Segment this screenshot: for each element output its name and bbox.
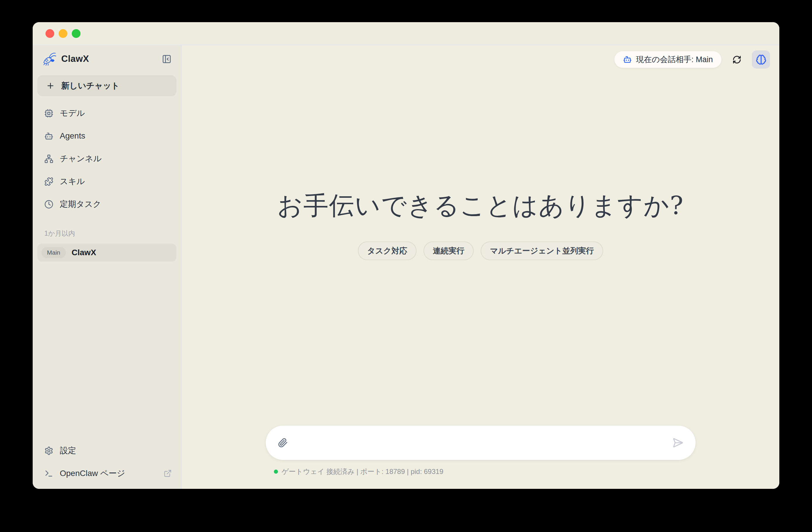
network-icon: [44, 154, 53, 163]
sidebar-item-settings[interactable]: 設定: [37, 439, 176, 462]
sidebar-item-label: Agents: [60, 131, 85, 141]
external-link-icon: [164, 469, 172, 477]
history-section-label: 1か月以内: [44, 229, 176, 238]
connection-status-text: ゲートウェイ 接続済み | ポート: 18789 | pid: 69319: [282, 467, 443, 476]
sidebar-nav: モデル Agents: [37, 102, 176, 216]
app-title: ClawX: [61, 54, 89, 64]
gear-icon: [44, 446, 53, 455]
sidebar-item-label: OpenClaw ページ: [60, 468, 125, 479]
brand-row: ClawX: [37, 45, 176, 73]
sidebar-item-scheduled-tasks[interactable]: 定期タスク: [37, 193, 176, 216]
sidebar-item-label: 設定: [60, 445, 76, 456]
main-area: 現在の会話相手: Main: [182, 45, 779, 489]
gateway-statusbar: ゲートウェイ 接続済み | ポート: 18789 | pid: 69319: [266, 467, 696, 476]
zoom-button[interactable]: [72, 29, 81, 38]
sidebar-item-openclaw-page[interactable]: OpenClaw ページ: [37, 462, 176, 485]
panel-collapse-icon[interactable]: [161, 54, 172, 64]
terminal-icon: [44, 469, 53, 478]
message-input[interactable]: [295, 425, 665, 460]
new-chat-button[interactable]: 新しいチャット: [37, 75, 176, 96]
clock-icon: [44, 200, 53, 209]
chip-task-support[interactable]: タスク対応: [358, 242, 417, 260]
refresh-icon: [733, 55, 741, 64]
bot-icon: [44, 131, 53, 141]
traffic-lights: [45, 29, 81, 38]
chip-continuous-run[interactable]: 連続実行: [423, 242, 474, 260]
sidebar-item-label: 定期タスク: [60, 199, 101, 210]
refresh-button[interactable]: [730, 53, 743, 66]
minimize-button[interactable]: [59, 29, 67, 38]
brain-icon: [756, 54, 767, 65]
titlebar: [33, 22, 779, 45]
welcome-section: お手伝いできることはありますか? タスク対応 連続実行 マルチエージェント並列実…: [182, 189, 779, 260]
main-badge: Main: [41, 247, 66, 258]
paperclip-icon[interactable]: [278, 438, 288, 448]
suggestion-chips: タスク対応 連続実行 マルチエージェント並列実行: [358, 242, 603, 260]
history-item-clawx[interactable]: Main ClawX: [37, 244, 176, 262]
connection-status-dot: [274, 470, 278, 474]
send-icon[interactable]: [672, 437, 683, 448]
greeting-heading: お手伝いできることはありますか?: [277, 189, 684, 223]
sidebar-item-label: モデル: [60, 107, 85, 119]
app-window: ClawX 新しいチャット: [33, 22, 779, 489]
close-button[interactable]: [45, 29, 54, 38]
chip-multi-agent-parallel[interactable]: マルチエージェント並列実行: [481, 242, 603, 260]
puzzle-icon: [44, 177, 53, 186]
sidebar-item-label: チャンネル: [60, 153, 102, 164]
history-item-label: ClawX: [72, 248, 96, 257]
sidebar-item-agents[interactable]: Agents: [37, 125, 176, 147]
lobster-logo-icon: [41, 51, 57, 67]
sidebar-item-skills[interactable]: スキル: [37, 170, 176, 193]
sidebar-item-models[interactable]: モデル: [37, 102, 176, 125]
new-chat-label: 新しいチャット: [61, 80, 120, 91]
plus-icon: [46, 81, 55, 90]
bot-icon: [623, 55, 632, 64]
header-controls: 現在の会話相手: Main: [614, 51, 770, 69]
current-partner-button[interactable]: 現在の会話相手: Main: [614, 51, 722, 68]
sidebar-item-channels[interactable]: チャンネル: [37, 147, 176, 170]
message-composer: [266, 426, 696, 460]
sidebar-item-label: スキル: [60, 176, 85, 187]
cpu-icon: [44, 109, 53, 118]
brain-button[interactable]: [752, 51, 770, 69]
current-partner-label: 現在の会話相手: Main: [636, 54, 713, 65]
sidebar: ClawX 新しいチャット: [33, 45, 182, 489]
